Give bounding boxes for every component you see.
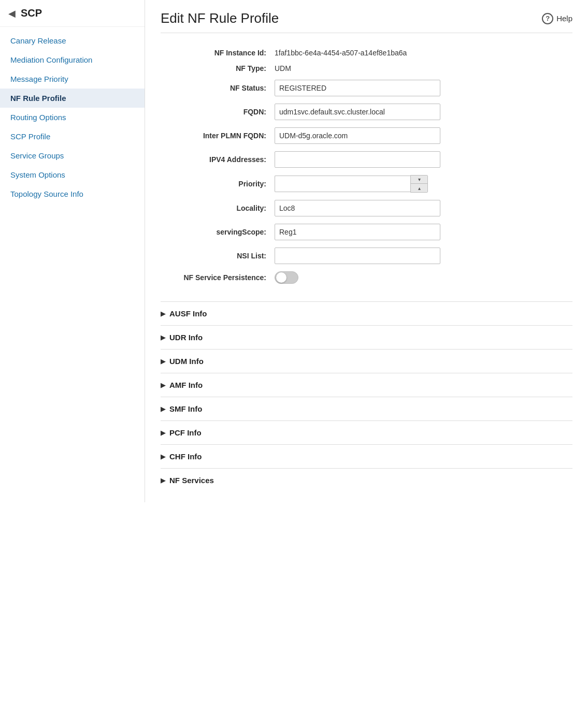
- ipv4-addresses-row: IPV4 Addresses:: [161, 151, 572, 168]
- page-title: Edit NF Rule Profile: [161, 10, 279, 26]
- amf-info-arrow: ▶: [161, 382, 165, 389]
- nf-status-input[interactable]: [275, 80, 440, 96]
- sidebar-item-topology-source-info[interactable]: Topology Source Info: [0, 184, 145, 204]
- amf-info-label: AMF Info: [169, 381, 203, 389]
- serving-scope-input[interactable]: [275, 224, 440, 240]
- inter-plmn-fqdn-input[interactable]: [275, 127, 440, 144]
- udm-info-header[interactable]: ▶ UDM Info: [161, 350, 572, 373]
- locality-label: Locality:: [161, 204, 275, 212]
- ausf-info-header[interactable]: ▶ AUSF Info: [161, 302, 572, 325]
- nf-services-header[interactable]: ▶ NF Services: [161, 469, 572, 492]
- priority-down-button[interactable]: ▾: [411, 176, 427, 184]
- amf-info-header[interactable]: ▶ AMF Info: [161, 373, 572, 397]
- nf-services-arrow: ▶: [161, 477, 165, 484]
- ausf-info-label: AUSF Info: [169, 309, 207, 318]
- smf-info-arrow: ▶: [161, 405, 165, 413]
- sidebar: ◀ SCP Canary Release Mediation Configura…: [0, 0, 145, 502]
- smf-info-header[interactable]: ▶ SMF Info: [161, 397, 572, 420]
- udm-info-arrow: ▶: [161, 358, 165, 365]
- chf-info-header[interactable]: ▶ CHF Info: [161, 445, 572, 468]
- inter-plmn-fqdn-row: Inter PLMN FQDN:: [161, 127, 572, 144]
- ausf-info-section: ▶ AUSF Info: [161, 301, 572, 325]
- inter-plmn-fqdn-label: Inter PLMN FQDN:: [161, 132, 275, 140]
- locality-row: Locality:: [161, 200, 572, 216]
- fqdn-row: FQDN:: [161, 104, 572, 120]
- help-button[interactable]: ? Help: [542, 13, 572, 24]
- collapsible-sections: ▶ AUSF Info ▶ UDR Info ▶ UDM Info ▶ AMF …: [161, 301, 572, 492]
- chf-info-label: CHF Info: [169, 452, 202, 461]
- udr-info-label: UDR Info: [169, 333, 203, 342]
- sidebar-item-routing-options[interactable]: Routing Options: [0, 108, 145, 127]
- serving-scope-row: servingScope:: [161, 224, 572, 240]
- nsi-list-row: NSI List:: [161, 248, 572, 264]
- help-icon: ?: [542, 13, 553, 24]
- nf-instance-id-value: 1faf1bbc-6e4a-4454-a507-a14ef8e1ba6a: [275, 49, 407, 57]
- nf-service-persistence-toggle-wrap: [275, 271, 298, 284]
- nsi-list-input[interactable]: [275, 248, 440, 264]
- priority-spinner: ▾ ▴: [410, 175, 428, 193]
- nf-service-persistence-toggle[interactable]: [275, 271, 298, 284]
- sidebar-nav: Canary Release Mediation Configuration M…: [0, 27, 145, 208]
- ipv4-addresses-label: IPV4 Addresses:: [161, 155, 275, 164]
- udm-info-section: ▶ UDM Info: [161, 349, 572, 373]
- ipv4-addresses-input[interactable]: [275, 151, 440, 168]
- nf-service-persistence-row: NF Service Persistence:: [161, 271, 572, 284]
- pcf-info-header[interactable]: ▶ PCF Info: [161, 421, 572, 444]
- nsi-list-label: NSI List:: [161, 252, 275, 260]
- priority-input[interactable]: [275, 176, 410, 192]
- main-content: Edit NF Rule Profile ? Help NF Instance …: [145, 0, 588, 502]
- fqdn-input[interactable]: [275, 104, 440, 120]
- amf-info-section: ▶ AMF Info: [161, 373, 572, 397]
- udr-info-section: ▶ UDR Info: [161, 325, 572, 349]
- smf-info-label: SMF Info: [169, 404, 202, 413]
- sidebar-link-routing-options[interactable]: Routing Options: [0, 108, 145, 127]
- sidebar-header: ◀ SCP: [0, 0, 145, 27]
- pcf-info-section: ▶ PCF Info: [161, 420, 572, 444]
- priority-up-button[interactable]: ▴: [411, 184, 427, 192]
- locality-input[interactable]: [275, 200, 440, 216]
- nf-type-row: NF Type: UDM: [161, 64, 572, 72]
- toggle-knob: [276, 272, 286, 283]
- sidebar-item-nf-rule-profile[interactable]: NF Rule Profile: [0, 89, 145, 108]
- sidebar-item-system-options[interactable]: System Options: [0, 165, 145, 184]
- priority-control: ▾ ▴: [275, 175, 428, 193]
- sidebar-link-scp-profile[interactable]: SCP Profile: [0, 127, 145, 146]
- main-header: Edit NF Rule Profile ? Help: [161, 10, 572, 33]
- sidebar-link-mediation-configuration[interactable]: Mediation Configuration: [0, 50, 145, 69]
- sidebar-item-service-groups[interactable]: Service Groups: [0, 146, 145, 165]
- nf-services-label: NF Services: [169, 476, 214, 485]
- chf-info-section: ▶ CHF Info: [161, 444, 572, 468]
- sidebar-link-service-groups[interactable]: Service Groups: [0, 146, 145, 165]
- sidebar-link-canary-release[interactable]: Canary Release: [0, 31, 145, 50]
- udr-info-header[interactable]: ▶ UDR Info: [161, 326, 572, 349]
- sidebar-link-nf-rule-profile[interactable]: NF Rule Profile: [0, 89, 145, 108]
- serving-scope-label: servingScope:: [161, 228, 275, 236]
- nf-instance-id-label: NF Instance Id:: [161, 49, 275, 57]
- nf-type-label: NF Type:: [161, 64, 275, 72]
- nf-instance-id-row: NF Instance Id: 1faf1bbc-6e4a-4454-a507-…: [161, 49, 572, 57]
- priority-row: Priority: ▾ ▴: [161, 175, 572, 193]
- sidebar-item-canary-release[interactable]: Canary Release: [0, 31, 145, 50]
- ausf-info-arrow: ▶: [161, 310, 165, 317]
- nf-status-label: NF Status:: [161, 84, 275, 92]
- pcf-info-label: PCF Info: [169, 428, 202, 437]
- help-label: Help: [556, 14, 572, 23]
- priority-label: Priority:: [161, 180, 275, 188]
- chf-info-arrow: ▶: [161, 453, 165, 460]
- nf-type-value: UDM: [275, 64, 291, 72]
- nf-service-persistence-label: NF Service Persistence:: [161, 273, 275, 282]
- nf-services-section: ▶ NF Services: [161, 468, 572, 492]
- sidebar-item-mediation-configuration[interactable]: Mediation Configuration: [0, 50, 145, 69]
- sidebar-item-message-priority[interactable]: Message Priority: [0, 69, 145, 89]
- sidebar-item-scp-profile[interactable]: SCP Profile: [0, 127, 145, 146]
- fqdn-label: FQDN:: [161, 108, 275, 116]
- udm-info-label: UDM Info: [169, 357, 204, 366]
- back-button[interactable]: ◀: [8, 8, 16, 19]
- sidebar-link-topology-source-info[interactable]: Topology Source Info: [0, 184, 145, 204]
- smf-info-section: ▶ SMF Info: [161, 397, 572, 420]
- form-section: NF Instance Id: 1faf1bbc-6e4a-4454-a507-…: [161, 43, 572, 301]
- pcf-info-arrow: ▶: [161, 429, 165, 437]
- sidebar-link-system-options[interactable]: System Options: [0, 165, 145, 184]
- sidebar-title: SCP: [21, 7, 42, 19]
- sidebar-link-message-priority[interactable]: Message Priority: [0, 69, 145, 89]
